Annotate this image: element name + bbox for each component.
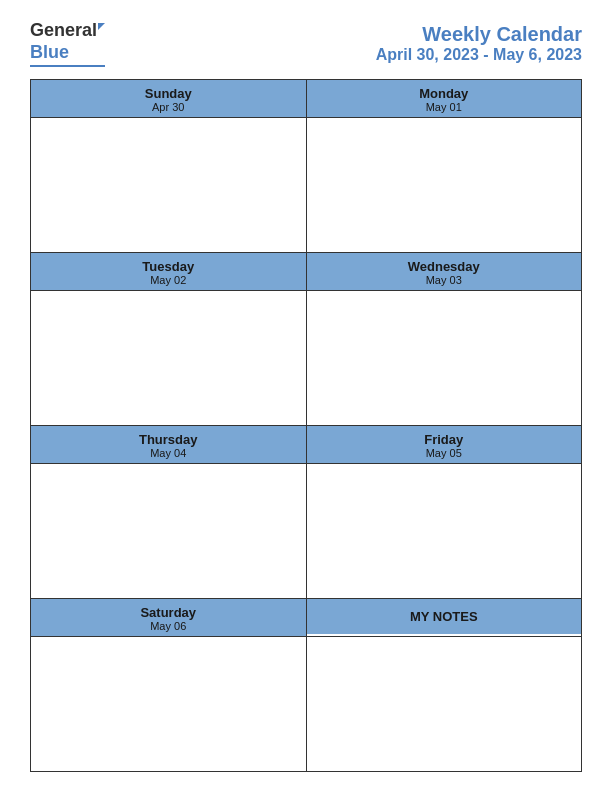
row-2-contents	[31, 291, 581, 425]
saturday-date: May 06	[35, 620, 302, 632]
notes-content	[307, 637, 582, 771]
calendar-title: Weekly Calendar	[376, 23, 582, 46]
header: General Blue Weekly Calendar April 30, 2…	[30, 20, 582, 67]
sunday-header-cell: Sunday Apr 30	[31, 80, 307, 117]
saturday-header: Saturday May 06	[31, 599, 306, 636]
thursday-header-cell: Thursday May 04	[31, 426, 307, 463]
logo-triangle-icon	[98, 23, 105, 30]
friday-date: May 05	[311, 447, 578, 459]
friday-header: Friday May 05	[307, 426, 582, 463]
wednesday-date: May 03	[311, 274, 578, 286]
monday-header: Monday May 01	[307, 80, 582, 117]
row-1-headers: Sunday Apr 30 Monday May 01	[31, 80, 581, 118]
calendar-subtitle: April 30, 2023 - May 6, 2023	[376, 46, 582, 64]
logo: General Blue	[30, 20, 105, 67]
thursday-content	[31, 464, 307, 598]
week-row-2: Tuesday May 02 Wednesday May 03	[31, 253, 581, 426]
thursday-date: May 04	[35, 447, 302, 459]
wednesday-content	[307, 291, 582, 425]
wednesday-name: Wednesday	[311, 259, 578, 274]
monday-name: Monday	[311, 86, 578, 101]
week-row-4: Saturday May 06 MY NOTES	[31, 599, 581, 771]
calendar-grid: Sunday Apr 30 Monday May 01	[30, 79, 582, 772]
tuesday-name: Tuesday	[35, 259, 302, 274]
sunday-header: Sunday Apr 30	[31, 80, 306, 117]
monday-header-cell: Monday May 01	[307, 80, 582, 117]
notes-header: MY NOTES	[307, 599, 582, 634]
sunday-date: Apr 30	[35, 101, 302, 113]
row-4-headers: Saturday May 06 MY NOTES	[31, 599, 581, 637]
row-3-headers: Thursday May 04 Friday May 05	[31, 426, 581, 464]
wednesday-header: Wednesday May 03	[307, 253, 582, 290]
monday-content	[307, 118, 582, 252]
week-row-1: Sunday Apr 30 Monday May 01	[31, 80, 581, 253]
title-section: Weekly Calendar April 30, 2023 - May 6, …	[376, 23, 582, 64]
wednesday-header-cell: Wednesday May 03	[307, 253, 582, 290]
saturday-header-cell: Saturday May 06	[31, 599, 307, 636]
saturday-content	[31, 637, 307, 771]
logo-blue-text: Blue	[30, 42, 69, 63]
thursday-name: Thursday	[35, 432, 302, 447]
thursday-header: Thursday May 04	[31, 426, 306, 463]
logo-general-text: General	[30, 20, 97, 42]
monday-date: May 01	[311, 101, 578, 113]
sunday-content	[31, 118, 307, 252]
row-4-contents	[31, 637, 581, 771]
row-2-headers: Tuesday May 02 Wednesday May 03	[31, 253, 581, 291]
friday-name: Friday	[311, 432, 578, 447]
week-row-3: Thursday May 04 Friday May 05	[31, 426, 581, 599]
friday-content	[307, 464, 582, 598]
row-3-contents	[31, 464, 581, 598]
tuesday-content	[31, 291, 307, 425]
notes-label: MY NOTES	[410, 609, 478, 624]
tuesday-header: Tuesday May 02	[31, 253, 306, 290]
row-1-contents	[31, 118, 581, 252]
friday-header-cell: Friday May 05	[307, 426, 582, 463]
tuesday-date: May 02	[35, 274, 302, 286]
saturday-name: Saturday	[35, 605, 302, 620]
notes-header-cell: MY NOTES	[307, 599, 582, 636]
page: General Blue Weekly Calendar April 30, 2…	[0, 0, 612, 792]
logo-underline	[30, 65, 105, 67]
tuesday-header-cell: Tuesday May 02	[31, 253, 307, 290]
sunday-name: Sunday	[35, 86, 302, 101]
